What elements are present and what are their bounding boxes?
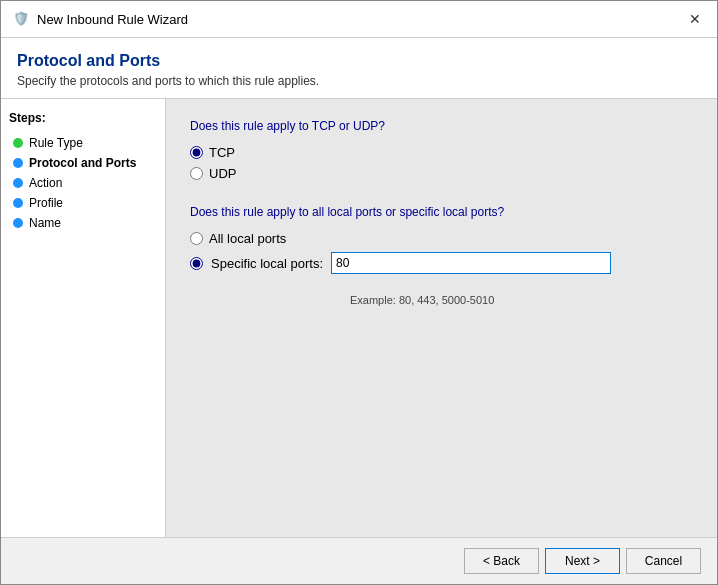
- sidebar-label-profile: Profile: [29, 196, 63, 210]
- next-button[interactable]: Next >: [545, 548, 620, 574]
- specific-ports-label[interactable]: Specific local ports:: [211, 256, 323, 271]
- udp-radio[interactable]: [190, 167, 203, 180]
- page-title: Protocol and Ports: [17, 52, 701, 70]
- step-indicator-action: [13, 178, 23, 188]
- tcp-radio-item: TCP: [190, 145, 693, 160]
- close-button[interactable]: ✕: [685, 9, 705, 29]
- ports-group: All local ports Specific local ports:: [190, 231, 693, 274]
- all-ports-radio[interactable]: [190, 232, 203, 245]
- ports-input[interactable]: [331, 252, 611, 274]
- main-content: Does this rule apply to TCP or UDP? TCP …: [166, 99, 717, 537]
- all-ports-radio-item: All local ports: [190, 231, 693, 246]
- sidebar-label-rule-type: Rule Type: [29, 136, 83, 150]
- sidebar-label-protocol-ports: Protocol and Ports: [29, 156, 136, 170]
- step-indicator-name: [13, 218, 23, 228]
- page-subtitle: Specify the protocols and ports to which…: [17, 74, 701, 88]
- title-bar-left: 🛡️ New Inbound Rule Wizard: [13, 11, 188, 27]
- ports-section: Does this rule apply to all local ports …: [190, 205, 693, 306]
- sidebar-item-action[interactable]: Action: [9, 173, 157, 193]
- step-indicator-rule-type: [13, 138, 23, 148]
- step-indicator-protocol-ports: [13, 158, 23, 168]
- specific-ports-radio-item: Specific local ports:: [190, 252, 693, 274]
- steps-label: Steps:: [9, 111, 157, 125]
- udp-label[interactable]: UDP: [209, 166, 236, 181]
- sidebar-label-name: Name: [29, 216, 61, 230]
- all-ports-label[interactable]: All local ports: [209, 231, 286, 246]
- title-bar: 🛡️ New Inbound Rule Wizard ✕: [1, 1, 717, 38]
- content-area: Steps: Rule Type Protocol and Ports Acti…: [1, 99, 717, 537]
- tcp-radio[interactable]: [190, 146, 203, 159]
- ports-example: Example: 80, 443, 5000-5010: [350, 294, 693, 306]
- sidebar: Steps: Rule Type Protocol and Ports Acti…: [1, 99, 166, 537]
- step-indicator-profile: [13, 198, 23, 208]
- sidebar-label-action: Action: [29, 176, 62, 190]
- tcp-udp-question: Does this rule apply to TCP or UDP?: [190, 119, 693, 133]
- dialog-window: 🛡️ New Inbound Rule Wizard ✕ Protocol an…: [0, 0, 718, 585]
- sidebar-item-rule-type[interactable]: Rule Type: [9, 133, 157, 153]
- header-section: Protocol and Ports Specify the protocols…: [1, 38, 717, 99]
- sidebar-item-name[interactable]: Name: [9, 213, 157, 233]
- ports-question: Does this rule apply to all local ports …: [190, 205, 693, 219]
- title-bar-text: New Inbound Rule Wizard: [37, 12, 188, 27]
- specific-ports-radio[interactable]: [190, 257, 203, 270]
- sidebar-item-profile[interactable]: Profile: [9, 193, 157, 213]
- tcp-udp-group: TCP UDP: [190, 145, 693, 181]
- tcp-label[interactable]: TCP: [209, 145, 235, 160]
- cancel-button[interactable]: Cancel: [626, 548, 701, 574]
- sidebar-item-protocol-ports[interactable]: Protocol and Ports: [9, 153, 157, 173]
- udp-radio-item: UDP: [190, 166, 693, 181]
- wizard-icon: 🛡️: [13, 11, 29, 27]
- footer: < Back Next > Cancel: [1, 537, 717, 584]
- back-button[interactable]: < Back: [464, 548, 539, 574]
